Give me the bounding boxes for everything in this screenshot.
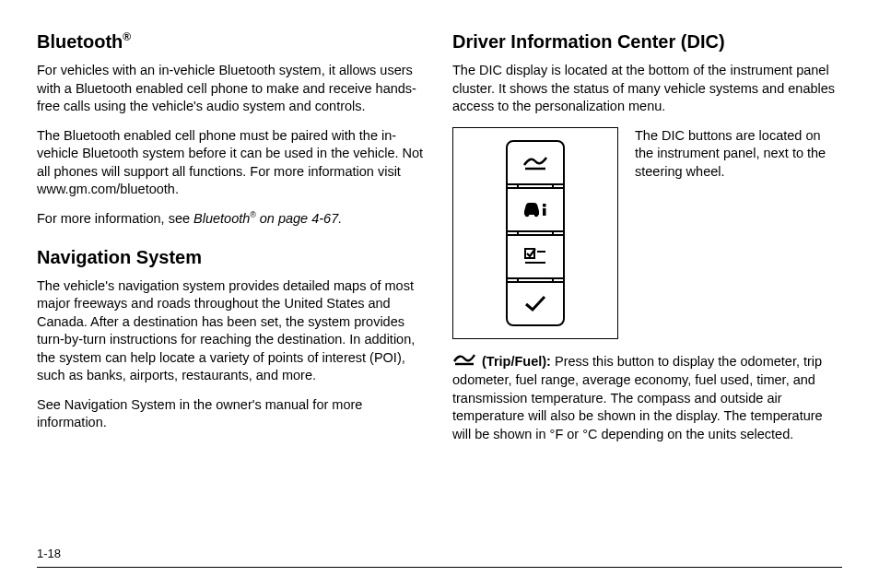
heading-navigation: Navigation System	[37, 245, 427, 270]
para-bluetooth-intro: For vehicles with an in-vehicle Bluetoot…	[37, 62, 427, 116]
vehicle-info-icon	[520, 199, 551, 219]
dic-button-stack	[506, 140, 565, 326]
svg-point-2	[534, 213, 539, 218]
para-nav-ref: See Navigation System in the owner's man…	[37, 396, 427, 432]
para-dic-intro: The DIC display is located at the bottom…	[452, 62, 842, 116]
trip-fuel-inline-icon	[452, 351, 476, 371]
dic-btn-customization	[508, 236, 563, 277]
svg-rect-4	[543, 208, 546, 216]
right-column: Driver Information Center (DIC) The DIC …	[452, 28, 842, 455]
trip-fuel-icon	[522, 152, 549, 172]
heading-dic: Driver Information Center (DIC)	[452, 29, 842, 54]
page-number: 1-18	[37, 547, 61, 560]
svg-point-1	[525, 213, 530, 218]
checkmark-icon	[523, 294, 547, 312]
heading-bluetooth: Bluetooth®	[37, 29, 427, 54]
page-footer: 1-18	[37, 545, 842, 568]
dic-btn-trip-fuel	[508, 142, 563, 183]
para-nav-desc: The vehicle's navigation system provides…	[37, 277, 427, 385]
customization-icon	[522, 246, 548, 266]
trip-fuel-label: (Trip/Fuel):	[478, 353, 555, 368]
dic-figure-caption: The DIC buttons are located on the instr…	[635, 127, 842, 182]
para-bluetooth-pair: The Bluetooth enabled cell phone must be…	[37, 127, 427, 199]
svg-rect-3	[543, 204, 546, 207]
para-bluetooth-ref: For more information, see Bluetooth® on …	[37, 210, 427, 229]
para-trip-fuel: (Trip/Fuel): Press this button to displa…	[452, 352, 842, 444]
dic-buttons-figure	[452, 127, 618, 339]
left-column: Bluetooth® For vehicles with an in-vehic…	[37, 28, 427, 455]
dic-btn-vehicle-info	[508, 189, 563, 230]
dic-btn-set-reset	[508, 283, 563, 324]
